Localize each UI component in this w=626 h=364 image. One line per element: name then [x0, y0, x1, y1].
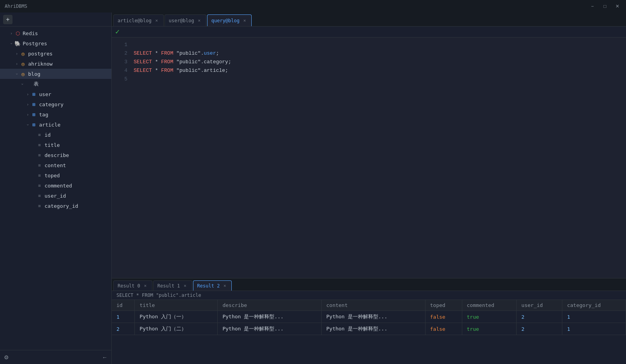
result-table: id title describe content toped commente… [112, 300, 626, 335]
line-number: 4 [116, 66, 127, 75]
sidebar-item-col-content[interactable]: ≡ content [0, 160, 111, 170]
code-line-4: 4 SELECT * FROM "public".article; [112, 66, 626, 75]
sidebar-item-user-table[interactable]: › ⊞ user [0, 89, 111, 99]
cell-content: Python 是一种解释型... [321, 311, 425, 323]
result-tab-label: Result 2 [197, 283, 220, 289]
result-tab-label: Result 1 [157, 283, 180, 289]
tab-user[interactable]: user@blog ✕ [165, 14, 206, 26]
sidebar-item-label: title [45, 142, 60, 148]
cell-content: Python 是一种解释型... [321, 323, 425, 335]
column-icon: ≡ [36, 192, 43, 199]
results-panel: Result 0 ✕ Result 1 ✕ Result 2 ✕ SELECT … [112, 278, 626, 364]
cell-describe: Python 是一种解释型... [218, 311, 322, 323]
sidebar-toolbar: + [0, 12, 111, 27]
sidebar-item-category-table[interactable]: › ⊞ category [0, 99, 111, 109]
database-icon: ◎ [20, 50, 27, 57]
sidebar-item-col-id[interactable]: ≡ id [0, 130, 111, 140]
col-header-title: title [135, 300, 218, 311]
cell-category-id: 1 [562, 323, 626, 335]
add-connection-button[interactable]: + [3, 15, 13, 24]
result-tab-1[interactable]: Result 1 ✕ [153, 280, 192, 291]
col-header-category-id: category_id [562, 300, 626, 311]
result-tabs: Result 0 ✕ Result 1 ✕ Result 2 ✕ [112, 278, 626, 291]
sidebar-item-label: describe [45, 152, 69, 158]
chevron-icon: › [15, 71, 19, 77]
chevron-icon: › [9, 31, 14, 36]
sidebar-item-label: toped [45, 173, 60, 178]
sidebar-item-tag-table[interactable]: › ⊞ tag [0, 109, 111, 120]
sidebar-item-redis[interactable]: › ⬡ Redis [0, 28, 111, 38]
tab-article[interactable]: article@blog ✕ [113, 14, 164, 26]
line-number: 1 [116, 41, 127, 49]
sidebar-item-label: postgres [28, 51, 53, 57]
col-header-commented: commented [462, 300, 517, 311]
database-icon: ◎ [20, 70, 27, 77]
sidebar-item-col-toped[interactable]: ≡ toped [0, 170, 111, 180]
result-tab-0[interactable]: Result 0 ✕ [113, 280, 152, 291]
back-button[interactable]: ← [101, 353, 108, 361]
col-header-content: content [321, 300, 425, 311]
column-icon: ≡ [36, 131, 43, 138]
cell-title: Python 入门（一） [135, 311, 218, 323]
chevron-icon: › [20, 81, 25, 87]
postgres-icon: 🐘 [14, 40, 21, 47]
cell-commented: true [462, 323, 517, 335]
column-icon: ≡ [36, 182, 43, 189]
code-editor[interactable]: 1 2 SELECT * FROM "public".user; 3 [112, 37, 626, 278]
code-line-5: 5 [112, 75, 626, 84]
result-content: SELECT * FROM "public".article id title … [112, 291, 626, 364]
app-title: AhriDBMS [3, 4, 27, 9]
sidebar-item-article-table[interactable]: › ⊞ article [0, 120, 111, 130]
sidebar-item-label: Postgres [23, 41, 47, 46]
run-button[interactable]: ✓ [115, 29, 120, 35]
sidebar-item-col-describe[interactable]: ≡ describe [0, 150, 111, 160]
settings-button[interactable]: ⚙ [3, 353, 10, 361]
chevron-icon: › [14, 62, 20, 66]
result-tab-2[interactable]: Result 2 ✕ [193, 280, 232, 291]
sidebar-item-label: category_id [45, 203, 78, 209]
minimize-button[interactable]: − [587, 2, 598, 10]
sidebar-item-col-user-id[interactable]: ≡ user_id [0, 191, 111, 201]
sidebar-item-col-category-id[interactable]: ≡ category_id [0, 201, 111, 211]
sidebar-item-postgres[interactable]: › 🐘 Postgres [0, 38, 111, 48]
query-tabs: article@blog ✕ user@blog ✕ query@blog ✕ [112, 12, 626, 27]
cell-title: Python 入门（二） [135, 323, 218, 335]
line-number: 3 [116, 58, 127, 66]
sidebar-item-col-commented[interactable]: ≡ commented [0, 180, 111, 191]
sidebar-item-ahriknow-db[interactable]: › ◎ ahriknow [0, 59, 111, 69]
result-tab-close-icon[interactable]: ✕ [182, 283, 188, 289]
sidebar-item-tables[interactable]: › 表 [0, 79, 111, 89]
tab-query[interactable]: query@blog ✕ [207, 14, 252, 26]
chevron-icon: › [14, 52, 20, 56]
column-icon: ≡ [36, 172, 43, 179]
sidebar-item-postgres-db[interactable]: › ◎ postgres [0, 48, 111, 59]
sidebar-item-label: Redis [23, 30, 38, 36]
tab-close-icon[interactable]: ✕ [197, 18, 202, 23]
sidebar-item-col-title[interactable]: ≡ title [0, 140, 111, 150]
table-icon: ⊞ [30, 111, 38, 118]
result-tab-close-icon[interactable]: ✕ [143, 283, 148, 289]
result-tab-close-icon[interactable]: ✕ [222, 283, 227, 289]
chevron-icon: › [25, 112, 30, 117]
tab-close-icon[interactable]: ✕ [242, 18, 247, 23]
cell-describe: Python 是一种解释型... [218, 323, 322, 335]
column-icon: ≡ [36, 141, 43, 148]
sidebar-item-label: tag [39, 112, 48, 118]
col-header-user-id: user_id [517, 300, 562, 311]
sidebar-item-blog-db[interactable]: › ◎ blog [0, 69, 111, 79]
database-icon: ◎ [20, 60, 27, 67]
table-icon: ⊞ [30, 121, 38, 128]
close-button[interactable]: ✕ [612, 2, 623, 10]
cell-toped: false [425, 323, 462, 335]
tab-label: article@blog [118, 18, 152, 23]
window-controls: − □ ✕ [587, 2, 623, 10]
tab-close-icon[interactable]: ✕ [154, 18, 159, 23]
table-row: 2 Python 入门（二） Python 是一种解释型... Python 是… [112, 323, 626, 335]
chevron-icon: › [9, 41, 14, 46]
cell-id: 1 [112, 311, 135, 323]
cell-id: 2 [112, 323, 135, 335]
editor-area: ✓ 1 2 SELECT * FROM "public".user; [112, 27, 626, 278]
sidebar-item-label: ahriknow [28, 61, 53, 67]
maximize-button[interactable]: □ [599, 2, 610, 10]
sidebar: + › ⬡ Redis › 🐘 Postgres › ◎ postgres [0, 12, 112, 364]
